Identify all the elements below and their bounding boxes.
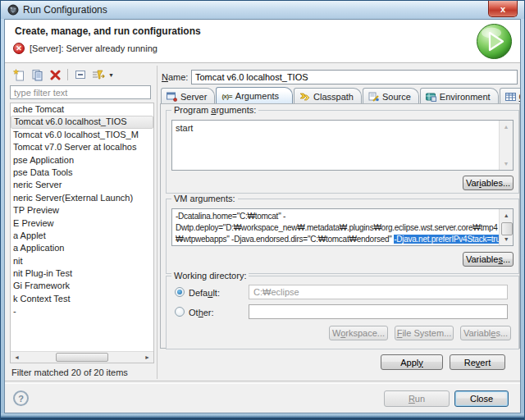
tab-label: Environment: [440, 92, 491, 102]
program-variables-button[interactable]: Variables...: [463, 176, 514, 190]
working-directory-label: Working directory:: [171, 271, 249, 281]
tab-label: Source: [382, 92, 411, 102]
program-arguments-group: Program arguments: start ▲ ▼ Variables..…: [166, 110, 519, 194]
scroll-up-button[interactable]: ▲: [500, 121, 513, 133]
program-arguments-textarea[interactable]: start ▲ ▼: [171, 120, 514, 171]
tab-environment[interactable]: Environment: [420, 88, 499, 104]
new-configuration-button[interactable]: [11, 67, 27, 82]
other-directory-field[interactable]: [249, 304, 508, 319]
scroll-right-button[interactable]: ►: [141, 354, 153, 360]
window-title: Run Configurations: [23, 4, 107, 16]
tree-item[interactable]: -: [11, 305, 153, 317]
vertical-scrollbar[interactable]: ▲ ▼: [499, 209, 513, 245]
vm-arguments-label: VM arguments:: [171, 194, 238, 203]
server-icon: [167, 92, 177, 102]
new-configuration-icon: [13, 69, 25, 81]
tab-common[interactable]: Common: [500, 88, 521, 104]
workspace-button[interactable]: Workspace...: [329, 326, 388, 340]
panel-divider[interactable]: [157, 66, 158, 379]
duplicate-configuration-button[interactable]: [30, 67, 45, 82]
selected-text: -Djava.net.preferIPv4Stack=true: [394, 235, 504, 244]
tree-item[interactable]: a Application: [11, 242, 153, 254]
app-icon: [7, 4, 19, 16]
environment-icon: [426, 92, 436, 102]
filter-input[interactable]: [10, 85, 151, 99]
program-arguments-label: Program arguments:: [171, 105, 258, 115]
vm-arguments-textarea[interactable]: -Dcatalina.home="C:₩tomcat" - Dwtp.deplo…: [171, 208, 514, 246]
tab-source[interactable]: Source: [363, 88, 419, 104]
tab-bar: Server (x)= Arguments Classpath: [161, 88, 521, 104]
tree-item[interactable]: ache Tomcat: [11, 103, 153, 116]
tree-item[interactable]: Tomcat v7.0 Server at localhos: [11, 141, 153, 153]
scroll-thumb[interactable]: [56, 353, 108, 362]
close-icon: x: [500, 4, 505, 14]
tree-item[interactable]: nit Plug-in Test: [11, 267, 153, 280]
delete-configuration-icon: [50, 70, 61, 80]
other-radio-label: Other:: [189, 308, 214, 317]
run-configurations-window: Run Configurations x Create, manage, and…: [0, 0, 525, 420]
help-button[interactable]: ?: [13, 390, 29, 406]
error-icon: ✕: [13, 43, 25, 54]
file-system-button[interactable]: File System...: [395, 326, 454, 340]
scroll-left-button[interactable]: ◄: [11, 354, 23, 360]
default-radio-label: Default:: [189, 288, 220, 298]
name-input[interactable]: [191, 70, 518, 84]
common-icon: [505, 92, 516, 102]
tree-item[interactable]: neric Server(External Launch): [11, 192, 153, 204]
dialog-header: Create, manage, and run configurations ✕…: [5, 20, 520, 63]
classpath-icon: [299, 92, 310, 102]
filter-status-text: Filter matched 20 of 20 items: [11, 368, 128, 377]
toolbar-menu-button[interactable]: ▼: [108, 72, 116, 78]
tab-server[interactable]: Server: [161, 88, 215, 104]
collapse-all-icon: [75, 69, 86, 80]
default-directory-field: [249, 285, 508, 299]
other-radio[interactable]: [175, 307, 185, 317]
vm-arguments-group: VM arguments: -Dcatalina.home="C:₩tomcat…: [166, 199, 519, 274]
error-message: [Server]: Server already running: [30, 43, 158, 53]
apply-button[interactable]: Apply: [381, 354, 443, 370]
tree-item[interactable]: a Applet: [11, 230, 153, 242]
vm-arguments-line: -Dcatalina.home="C:₩tomcat" -: [176, 211, 509, 222]
dialog-heading: Create, manage, and run configurations: [15, 25, 201, 37]
filter-configurations-button[interactable]: [90, 67, 106, 82]
delete-configuration-button[interactable]: [48, 67, 63, 82]
tree-item[interactable]: Tomcat v6.0 localhost_TIOS: [11, 116, 153, 128]
tree-item[interactable]: TP Preview: [11, 204, 153, 217]
tree-item[interactable]: Gi Framework: [11, 280, 153, 292]
tree-item[interactable]: k Context Test: [11, 293, 153, 305]
vm-variables-button[interactable]: Variables...: [463, 252, 514, 267]
help-icon: ?: [18, 394, 24, 404]
tab-arguments[interactable]: (x)= Arguments: [216, 87, 293, 104]
tab-classpath[interactable]: Classpath: [294, 88, 362, 104]
workdir-variables-button[interactable]: Variables...: [460, 326, 511, 340]
tree-horizontal-scrollbar[interactable]: ◄ ►: [11, 351, 153, 363]
scroll-up-button[interactable]: ▲: [500, 209, 513, 221]
tab-label: Server: [180, 92, 207, 102]
titlebar[interactable]: Run Configurations x: [1, 1, 524, 19]
window-bottom-edge: [1, 413, 524, 419]
arguments-icon: (x)=: [221, 93, 231, 100]
run-button[interactable]: Run: [384, 390, 450, 407]
tree-item[interactable]: pse Application: [11, 154, 153, 167]
duplicate-configuration-icon: [31, 69, 43, 81]
close-button-footer[interactable]: Close: [454, 390, 509, 407]
filter-configurations-icon: [92, 69, 105, 80]
tab-label: Classpath: [313, 92, 354, 102]
working-directory-group: Working directory: Default: Other: Works…: [166, 276, 519, 349]
vertical-scrollbar[interactable]: ▲ ▼: [499, 121, 513, 170]
default-radio[interactable]: [175, 287, 185, 297]
tree-toolbar: ▼: [11, 67, 116, 82]
tree-item[interactable]: nit: [11, 255, 153, 267]
run-orb-icon: [476, 23, 513, 60]
vm-arguments-line: Dwtp.deploy="D:₩workspace_new₩.metadata₩…: [176, 222, 509, 234]
close-button[interactable]: x: [488, 1, 518, 17]
revert-button[interactable]: Revert: [450, 354, 505, 370]
tree-item[interactable]: pse Data Tools: [11, 167, 153, 179]
tree-item[interactable]: E Preview: [11, 217, 153, 230]
config-tree[interactable]: ache TomcatTomcat v6.0 localhost_TIOSTom…: [10, 103, 154, 363]
tree-item[interactable]: Tomcat v6.0 localhost_TIOS_M: [11, 129, 153, 141]
tree-item[interactable]: neric Server: [11, 179, 153, 191]
collapse-all-button[interactable]: [72, 67, 88, 82]
scroll-down-button[interactable]: ▼: [500, 233, 513, 245]
scroll-down-button[interactable]: ▼: [500, 158, 513, 170]
